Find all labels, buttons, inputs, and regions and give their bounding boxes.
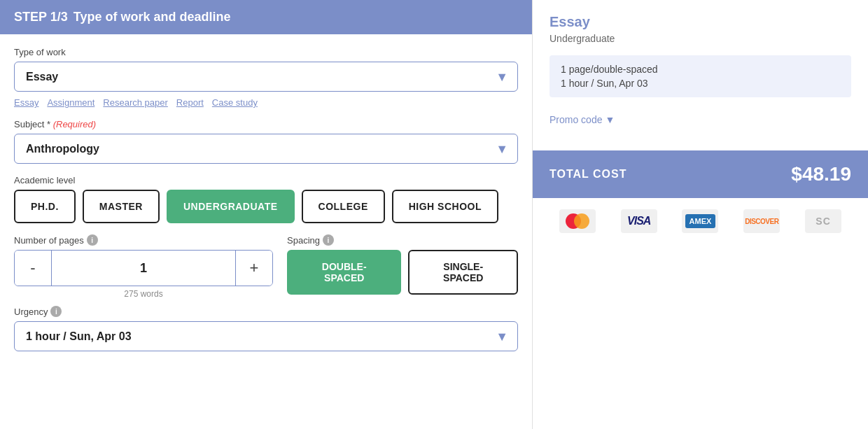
- quick-link-essay[interactable]: Essay: [14, 97, 38, 108]
- level-btn-high-school[interactable]: HIGH SCHOOL: [392, 190, 498, 223]
- pages-col: Number of pages i - 1 + 275 words: [14, 234, 273, 299]
- type-of-work-select[interactable]: Essay Assignment Research paper Report C…: [14, 62, 518, 92]
- urgency-label-text: Urgency: [14, 307, 48, 317]
- mastercard-logo: [566, 213, 589, 229]
- visa-logo: VISA: [627, 215, 650, 227]
- summary-subtitle: Undergraduate: [550, 33, 851, 44]
- summary-time-info: 1 hour / Sun, Apr 03: [561, 78, 840, 89]
- pages-label-text: Number of pages: [14, 235, 84, 246]
- form-body: Type of work Essay Assignment Research p…: [0, 34, 532, 370]
- step-number: STEP 1/3: [14, 10, 68, 24]
- discover-logo: DISCOVER: [745, 218, 778, 225]
- level-btn-phd[interactable]: PH.D.: [14, 190, 76, 223]
- subject-label: Subject * (Required): [14, 119, 518, 129]
- academic-level-buttons: PH.D. MASTER UNDERGRADUATE COLLEGE HIGH …: [14, 190, 518, 223]
- type-of-work-group: Type of work Essay Assignment Research p…: [14, 47, 518, 108]
- urgency-label-row: Urgency i: [14, 306, 518, 317]
- step-header: STEP 1/3 Type of work and deadline: [0, 0, 532, 34]
- pages-increment-button[interactable]: +: [236, 251, 272, 286]
- pages-decrement-button[interactable]: -: [15, 251, 51, 286]
- quick-links: Essay Assignment Research paper Report C…: [14, 97, 518, 108]
- promo-code-button[interactable]: Promo code ▼: [550, 108, 851, 136]
- academic-level-label: Academic level: [14, 175, 518, 185]
- pages-label-row: Number of pages i: [14, 234, 273, 246]
- subject-select[interactable]: Anthropology Biology Chemistry: [14, 134, 518, 164]
- spacing-info-icon[interactable]: i: [323, 234, 334, 246]
- sc-logo: SC: [816, 216, 830, 227]
- type-of-work-label: Type of work: [14, 47, 518, 57]
- subject-group: Subject * (Required) Anthropology Biolog…: [14, 119, 518, 164]
- spacing-buttons: DOUBLE-SPACED SINGLE-SPACED: [287, 250, 518, 295]
- quick-link-report[interactable]: Report: [176, 97, 204, 108]
- level-btn-college[interactable]: COLLEGE: [302, 190, 385, 223]
- pages-value: 1: [51, 251, 236, 286]
- spacing-btn-single[interactable]: SINGLE-SPACED: [408, 250, 518, 295]
- amex-icon: AMEX: [682, 209, 718, 233]
- spacing-col: Spacing i DOUBLE-SPACED SINGLE-SPACED: [287, 234, 518, 295]
- promo-code-label: Promo code: [550, 114, 602, 125]
- pages-spacing-row: Number of pages i - 1 + 275 words Spacin…: [14, 234, 518, 299]
- quick-link-assignment[interactable]: Assignment: [47, 97, 94, 108]
- spacing-label-row: Spacing i: [287, 234, 518, 246]
- mastercard-circle-right: [574, 213, 589, 229]
- pages-control: - 1 +: [14, 250, 273, 286]
- spacing-btn-double[interactable]: DOUBLE-SPACED: [287, 250, 401, 295]
- urgency-select-wrapper: 1 hour / Sun, Apr 03 3 hours / Sun, Apr …: [14, 321, 518, 351]
- pages-words: 275 words: [14, 289, 273, 299]
- discover-icon: DISCOVER: [743, 209, 780, 233]
- summary-page-info: 1 page/double-spaced: [561, 64, 840, 75]
- academic-level-group: Academic level PH.D. MASTER UNDERGRADUAT…: [14, 175, 518, 223]
- mastercard-icon: [559, 209, 596, 233]
- urgency-info-icon[interactable]: i: [50, 306, 62, 317]
- summary-content: Essay Undergraduate 1 page/double-spaced…: [533, 0, 868, 150]
- level-btn-master[interactable]: MASTER: [83, 190, 160, 223]
- total-cost-bar: TOTAL COST $48.19: [533, 150, 868, 198]
- amex-logo: AMEX: [685, 214, 716, 228]
- urgency-select[interactable]: 1 hour / Sun, Apr 03 3 hours / Sun, Apr …: [14, 321, 518, 351]
- type-of-work-select-wrapper: Essay Assignment Research paper Report C…: [14, 62, 518, 92]
- payment-icons-row: VISA AMEX DISCOVER SC: [533, 198, 868, 244]
- quick-link-case-study[interactable]: Case study: [212, 97, 258, 108]
- summary-info-box: 1 page/double-spaced 1 hour / Sun, Apr 0…: [550, 55, 851, 97]
- total-cost-label: TOTAL COST: [550, 168, 626, 181]
- urgency-group: Urgency i 1 hour / Sun, Apr 03 3 hours /…: [14, 306, 518, 351]
- step-title: Type of work and deadline: [74, 10, 231, 24]
- subject-select-wrapper: Anthropology Biology Chemistry ▼: [14, 134, 518, 164]
- level-btn-undergraduate[interactable]: UNDERGRADUATE: [167, 190, 295, 223]
- quick-link-research-paper[interactable]: Research paper: [103, 97, 168, 108]
- summary-title: Essay: [550, 14, 851, 30]
- promo-code-chevron-icon: ▼: [605, 114, 615, 125]
- total-cost-value: $48.19: [791, 163, 851, 185]
- pages-info-icon[interactable]: i: [87, 234, 98, 246]
- main-panel: STEP 1/3 Type of work and deadline Type …: [0, 0, 532, 429]
- visa-icon: VISA: [621, 209, 657, 233]
- summary-panel: Essay Undergraduate 1 page/double-spaced…: [532, 0, 868, 429]
- page-wrapper: STEP 1/3 Type of work and deadline Type …: [0, 0, 868, 429]
- spacing-label-text: Spacing: [287, 235, 320, 246]
- sc-icon: SC: [805, 209, 841, 233]
